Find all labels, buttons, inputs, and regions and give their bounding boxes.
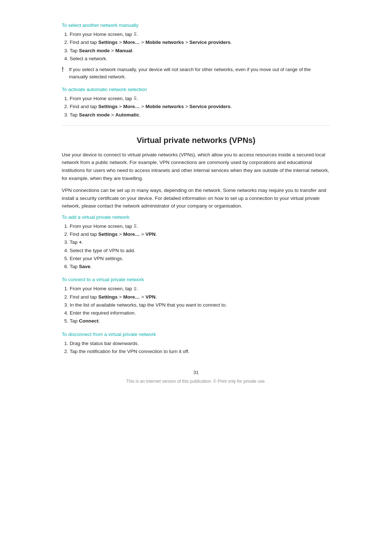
step-1: From your Home screen, tap ⠿. bbox=[70, 285, 330, 292]
step-2: Find and tap Settings > More… > Mobile n… bbox=[70, 39, 330, 46]
note-icon: ! bbox=[62, 66, 67, 73]
apps-icon: ⠿ bbox=[134, 223, 137, 230]
step-5: Enter your VPN settings. bbox=[70, 255, 330, 262]
section-connect-vpn: To connect to a virtual private network … bbox=[62, 277, 330, 325]
step-5: Tap Connect. bbox=[70, 317, 330, 325]
apps-icon: ⠿ bbox=[134, 286, 137, 292]
step-2: Tap the notification for the VPN connect… bbox=[70, 348, 330, 355]
step-2: Find and tap Settings > More… > VPN. bbox=[70, 231, 330, 238]
section-disconnect-vpn: To disconnect from a virtual private net… bbox=[62, 332, 330, 356]
step-1: From your Home screen, tap ⠿. bbox=[70, 95, 330, 102]
section-heading-activate-automatic: To activate automatic network selection bbox=[62, 87, 330, 92]
step-3: Tap Search mode > Automatic. bbox=[70, 111, 330, 119]
section-activate-automatic: To activate automatic network selection … bbox=[62, 87, 330, 119]
step-4: Select the type of VPN to add. bbox=[70, 247, 330, 254]
step-1: Drag the status bar downwards. bbox=[70, 340, 330, 347]
page-number: 31 bbox=[62, 370, 330, 375]
note-text: If you select a network manually, your d… bbox=[69, 66, 330, 80]
chapter-title: Virtual private networks (VPNs) bbox=[62, 136, 330, 145]
section-heading-disconnect-vpn: To disconnect from a virtual private net… bbox=[62, 332, 330, 337]
chapter-intro-1: Use your device to connect to virtual pr… bbox=[62, 151, 330, 182]
apps-icon: ⠿ bbox=[134, 31, 137, 38]
steps-connect-vpn: From your Home screen, tap ⠿. Find and t… bbox=[68, 285, 330, 325]
step-3: Tap +. bbox=[70, 239, 330, 246]
chapter-intro-2: VPN connections can be set up in many wa… bbox=[62, 186, 330, 210]
step-2: Find and tap Settings > More… > VPN. bbox=[70, 294, 330, 301]
section-heading-connect-vpn: To connect to a virtual private network bbox=[62, 277, 330, 282]
steps-activate-automatic: From your Home screen, tap ⠿. Find and t… bbox=[68, 95, 330, 119]
steps-select-network: From your Home screen, tap ⠿. Find and t… bbox=[68, 31, 330, 62]
section-add-vpn: To add a virtual private network From yo… bbox=[62, 214, 330, 271]
note-select-network: ! If you select a network manually, your… bbox=[62, 66, 330, 80]
step-2: Find and tap Settings > More… > Mobile n… bbox=[70, 103, 330, 110]
step-3: Tap Search mode > Manual. bbox=[70, 47, 330, 54]
steps-add-vpn: From your Home screen, tap ⠿. Find and t… bbox=[68, 223, 330, 271]
section-heading-select-network: To select another network manually bbox=[62, 22, 330, 28]
steps-disconnect-vpn: Drag the status bar downwards. Tap the n… bbox=[68, 340, 330, 356]
section-heading-add-vpn: To add a virtual private network bbox=[62, 214, 330, 220]
step-4: Select a network. bbox=[70, 55, 330, 62]
step-1: From your Home screen, tap ⠿. bbox=[70, 223, 330, 230]
step-4: Enter the required information. bbox=[70, 309, 330, 317]
section-select-network: To select another network manually From … bbox=[62, 22, 330, 80]
step-1: From your Home screen, tap ⠿. bbox=[70, 31, 330, 38]
step-6: Tap Save. bbox=[70, 263, 330, 270]
apps-icon: ⠿ bbox=[134, 95, 137, 102]
page-content: To select another network manually From … bbox=[62, 0, 330, 413]
step-3: In the list of available networks, tap t… bbox=[70, 301, 330, 309]
footer-text: This is an Internet version of this publ… bbox=[62, 379, 330, 384]
